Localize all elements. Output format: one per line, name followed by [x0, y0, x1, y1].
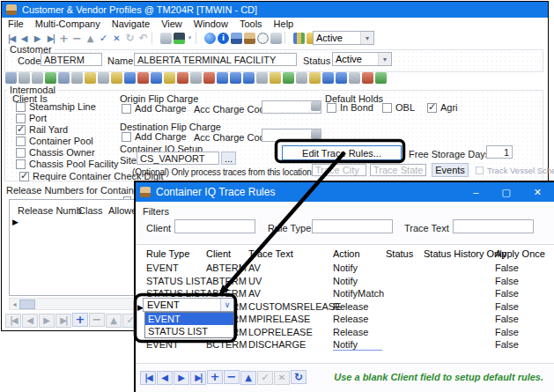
menu-window[interactable]: Window [194, 18, 228, 29]
last-record-icon[interactable] [44, 32, 57, 45]
events-button[interactable]: Events [432, 163, 469, 177]
toolbar2-icon[interactable] [190, 72, 202, 84]
move-up-icon[interactable] [84, 32, 97, 45]
toolbar2-icon[interactable] [349, 72, 360, 84]
checkbox-origin-add-charge[interactable]: Add Charge [122, 103, 187, 114]
dropdown-option-status-list[interactable]: STATUS LIST [145, 325, 233, 337]
insert-record-icon[interactable] [72, 313, 88, 327]
toolbar2-icon[interactable] [322, 72, 334, 84]
first-record-icon[interactable] [5, 314, 21, 328]
checkbox-destination-add-charge[interactable]: Add Charge [122, 131, 187, 142]
toolbar2-icon[interactable] [5, 72, 17, 84]
toolbar2-icon[interactable] [243, 72, 255, 84]
toolbar2-icon[interactable] [230, 72, 241, 84]
last-record-icon[interactable] [55, 314, 71, 328]
free-storage-days-field[interactable] [486, 145, 513, 159]
menu-file[interactable]: File [8, 18, 24, 29]
table-row[interactable]: STATUS LISTABTERMUVNotifyFalse [136, 276, 554, 288]
name-field[interactable] [134, 53, 297, 66]
toolbar2-icon[interactable] [111, 72, 122, 84]
site-field[interactable] [137, 152, 219, 165]
prior-record-icon[interactable] [157, 371, 173, 385]
print-icon[interactable] [160, 33, 172, 44]
menu-tools[interactable]: Tools [240, 18, 262, 29]
menu-multi-company[interactable]: Multi-Company [35, 18, 100, 29]
status-select[interactable]: Active ▾ [332, 52, 392, 66]
code-field[interactable] [41, 53, 102, 66]
toolbar2-icon[interactable] [164, 72, 175, 84]
cancel-edit-icon[interactable] [274, 371, 290, 385]
toolbar2-icon[interactable] [45, 72, 56, 84]
toolbar2-icon[interactable] [309, 72, 321, 84]
checkbox-in-bond[interactable]: In Bond [327, 102, 373, 113]
terminal-icon[interactable] [174, 33, 185, 44]
refresh-icon[interactable] [291, 370, 307, 384]
cancel-edit-icon[interactable] [110, 32, 123, 45]
dropdown-option-event[interactable]: EVENT [145, 313, 233, 325]
close-icon[interactable]: ✕ [534, 187, 542, 198]
delete-record-icon[interactable] [89, 313, 105, 327]
chart-icon[interactable] [293, 33, 305, 44]
table-row[interactable]: EVENTABTERMAVNotifyFalse [136, 263, 554, 275]
first-record-icon[interactable] [4, 32, 18, 45]
toolbar2-icon[interactable] [256, 72, 268, 84]
filter-client-field[interactable] [174, 219, 255, 233]
toolbar2-icon[interactable] [85, 72, 96, 84]
toolbar2-icon[interactable] [177, 72, 188, 84]
toolbar2-icon[interactable] [362, 72, 373, 84]
filter-trace-text-field[interactable] [453, 219, 534, 233]
toolbar2-icon[interactable] [270, 72, 281, 84]
checkbox-rail-yard[interactable]: Rail Yard [16, 124, 68, 135]
post-edit-icon[interactable] [97, 32, 110, 45]
prior-record-icon[interactable] [18, 32, 31, 45]
lookup-icon[interactable] [311, 129, 321, 139]
chevron-down-icon[interactable]: ∨ [220, 299, 233, 311]
table-row[interactable]: EVENTBCTERMDISCHARGENotifyFalse [136, 339, 554, 351]
minimize-icon[interactable]: – [473, 187, 478, 198]
toolbar2-icon[interactable] [32, 72, 43, 84]
delete-record-icon[interactable] [70, 32, 84, 45]
next-record-icon[interactable] [31, 32, 44, 45]
toolbar2-icon[interactable] [203, 72, 215, 84]
next-record-icon[interactable] [39, 314, 55, 328]
last-record-icon[interactable] [190, 371, 206, 385]
users-icon[interactable] [244, 33, 255, 44]
toolbar2-icon[interactable] [296, 72, 307, 84]
checkbox-chassis-pool-facility[interactable]: Chassis Pool Facility [16, 159, 118, 169]
lookup-icon[interactable] [311, 101, 321, 111]
rule-type-combo[interactable]: EVENT ∨ [143, 298, 234, 312]
info-icon[interactable]: i [218, 33, 229, 44]
scroll-left-icon[interactable]: ◂ [10, 300, 19, 308]
insert-record-icon[interactable] [57, 32, 70, 45]
first-record-icon[interactable] [140, 371, 156, 385]
menu-navigate[interactable]: Navigate [112, 18, 150, 29]
checkbox-container-pool[interactable]: Container Pool [16, 136, 93, 146]
toolbar2-icon[interactable] [283, 72, 294, 84]
checkbox-obl[interactable]: OBL [382, 102, 415, 113]
post-edit-icon[interactable] [257, 371, 273, 385]
filter-rule-type-field[interactable] [312, 219, 393, 233]
menu-help[interactable]: Help [274, 18, 294, 29]
next-record-icon[interactable] [174, 371, 189, 385]
toolbar2-icon[interactable] [151, 72, 162, 84]
user-icon[interactable] [231, 33, 242, 44]
menu-view[interactable]: View [161, 18, 182, 29]
toolbar2-icon[interactable] [336, 72, 347, 84]
prior-record-icon[interactable] [22, 314, 38, 328]
toolbar2-icon[interactable] [18, 72, 30, 84]
move-up-icon[interactable] [240, 371, 256, 385]
move-up-icon[interactable] [106, 314, 122, 328]
checkbox-agri[interactable]: Agri [427, 102, 458, 113]
toolbar2-icon[interactable] [98, 72, 109, 84]
trace-city-field[interactable] [312, 164, 366, 176]
toolbar2-icon[interactable] [375, 72, 387, 84]
web-icon[interactable] [204, 33, 216, 44]
edit-trace-rules-button[interactable]: Edit Trace Rules... [282, 145, 402, 160]
refresh-icon[interactable] [123, 32, 137, 45]
toolbar2-icon[interactable] [217, 72, 228, 84]
insert-record-icon[interactable] [207, 370, 223, 384]
checkbox-port[interactable]: Port [16, 113, 47, 123]
maximize-icon[interactable]: ▢ [501, 187, 510, 198]
printer-icon[interactable] [270, 33, 282, 44]
toolbar2-icon[interactable] [124, 72, 136, 84]
